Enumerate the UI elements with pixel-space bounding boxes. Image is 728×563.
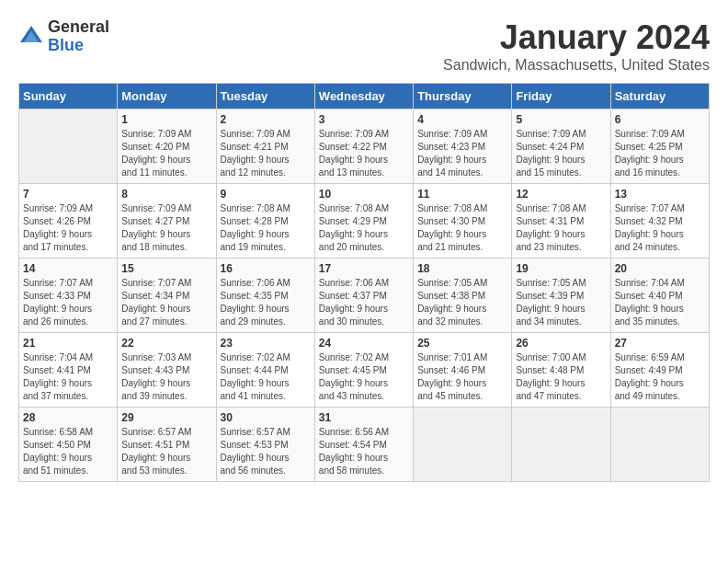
month-title: January 2024 bbox=[443, 18, 710, 57]
week-row-4: 21Sunrise: 7:04 AMSunset: 4:41 PMDayligh… bbox=[19, 333, 710, 408]
logo: General Blue bbox=[18, 18, 109, 55]
day-info: Sunrise: 7:07 AMSunset: 4:34 PMDaylight:… bbox=[121, 277, 211, 328]
day-info: Sunrise: 7:05 AMSunset: 4:39 PMDaylight:… bbox=[516, 277, 606, 328]
week-row-5: 28Sunrise: 6:58 AMSunset: 4:50 PMDayligh… bbox=[19, 408, 710, 482]
day-cell: 29Sunrise: 6:57 AMSunset: 4:51 PMDayligh… bbox=[118, 408, 216, 482]
day-cell: 26Sunrise: 7:00 AMSunset: 4:48 PMDayligh… bbox=[512, 333, 610, 408]
day-info: Sunrise: 6:57 AMSunset: 4:53 PMDaylight:… bbox=[221, 426, 311, 477]
day-info: Sunrise: 6:56 AMSunset: 4:54 PMDaylight:… bbox=[319, 426, 409, 477]
logo-text: General Blue bbox=[48, 18, 109, 55]
day-cell: 8Sunrise: 7:09 AMSunset: 4:27 PMDaylight… bbox=[118, 184, 216, 259]
day-cell: 1Sunrise: 7:09 AMSunset: 4:20 PMDaylight… bbox=[118, 109, 216, 184]
day-cell: 17Sunrise: 7:06 AMSunset: 4:37 PMDayligh… bbox=[314, 259, 413, 333]
day-number: 17 bbox=[319, 262, 409, 275]
logo-blue: Blue bbox=[48, 37, 109, 55]
weekday-header-monday: Monday bbox=[118, 84, 216, 109]
day-cell: 4Sunrise: 7:09 AMSunset: 4:23 PMDaylight… bbox=[414, 109, 512, 184]
day-cell: 25Sunrise: 7:01 AMSunset: 4:46 PMDayligh… bbox=[414, 333, 512, 408]
day-info: Sunrise: 7:09 AMSunset: 4:25 PMDaylight:… bbox=[615, 128, 705, 179]
day-cell bbox=[512, 408, 610, 482]
week-row-2: 7Sunrise: 7:09 AMSunset: 4:26 PMDaylight… bbox=[19, 184, 710, 259]
day-number: 7 bbox=[23, 188, 113, 201]
weekday-header-thursday: Thursday bbox=[414, 84, 512, 109]
day-cell bbox=[19, 109, 118, 184]
day-cell: 23Sunrise: 7:02 AMSunset: 4:44 PMDayligh… bbox=[216, 333, 314, 408]
day-number: 5 bbox=[516, 113, 606, 126]
day-cell: 15Sunrise: 7:07 AMSunset: 4:34 PMDayligh… bbox=[118, 259, 216, 333]
week-row-1: 1Sunrise: 7:09 AMSunset: 4:20 PMDaylight… bbox=[19, 109, 710, 184]
day-number: 13 bbox=[615, 188, 705, 201]
day-number: 15 bbox=[121, 262, 211, 275]
logo-icon bbox=[18, 24, 44, 50]
weekday-header-wednesday: Wednesday bbox=[314, 84, 413, 109]
day-info: Sunrise: 7:07 AMSunset: 4:32 PMDaylight:… bbox=[615, 202, 705, 254]
day-cell: 2Sunrise: 7:09 AMSunset: 4:21 PMDaylight… bbox=[216, 109, 314, 184]
day-cell: 24Sunrise: 7:02 AMSunset: 4:45 PMDayligh… bbox=[314, 333, 413, 408]
day-number: 12 bbox=[516, 188, 606, 201]
day-cell: 18Sunrise: 7:05 AMSunset: 4:38 PMDayligh… bbox=[414, 259, 512, 333]
day-cell bbox=[414, 408, 512, 482]
day-number: 24 bbox=[319, 337, 409, 350]
day-info: Sunrise: 6:57 AMSunset: 4:51 PMDaylight:… bbox=[121, 426, 211, 477]
day-info: Sunrise: 7:09 AMSunset: 4:21 PMDaylight:… bbox=[221, 128, 311, 179]
day-number: 27 bbox=[615, 337, 705, 350]
day-cell: 12Sunrise: 7:08 AMSunset: 4:31 PMDayligh… bbox=[512, 184, 610, 259]
day-info: Sunrise: 7:09 AMSunset: 4:22 PMDaylight:… bbox=[319, 128, 409, 179]
logo-general: General bbox=[48, 18, 109, 37]
day-info: Sunrise: 7:02 AMSunset: 4:45 PMDaylight:… bbox=[319, 351, 409, 403]
day-cell: 31Sunrise: 6:56 AMSunset: 4:54 PMDayligh… bbox=[314, 408, 413, 482]
day-info: Sunrise: 7:04 AMSunset: 4:41 PMDaylight:… bbox=[23, 351, 113, 403]
day-number: 9 bbox=[221, 188, 311, 201]
day-cell: 14Sunrise: 7:07 AMSunset: 4:33 PMDayligh… bbox=[19, 259, 118, 333]
day-info: Sunrise: 7:06 AMSunset: 4:37 PMDaylight:… bbox=[319, 277, 409, 328]
day-number: 25 bbox=[417, 337, 507, 350]
calendar-table: SundayMondayTuesdayWednesdayThursdayFrid… bbox=[18, 83, 710, 482]
day-number: 3 bbox=[319, 113, 409, 126]
day-cell: 30Sunrise: 6:57 AMSunset: 4:53 PMDayligh… bbox=[216, 408, 314, 482]
day-number: 6 bbox=[615, 113, 705, 126]
day-cell: 3Sunrise: 7:09 AMSunset: 4:22 PMDaylight… bbox=[314, 109, 413, 184]
day-cell: 16Sunrise: 7:06 AMSunset: 4:35 PMDayligh… bbox=[216, 259, 314, 333]
day-cell: 9Sunrise: 7:08 AMSunset: 4:28 PMDaylight… bbox=[216, 184, 314, 259]
day-cell: 7Sunrise: 7:09 AMSunset: 4:26 PMDaylight… bbox=[19, 184, 118, 259]
week-row-3: 14Sunrise: 7:07 AMSunset: 4:33 PMDayligh… bbox=[19, 259, 710, 333]
day-info: Sunrise: 7:09 AMSunset: 4:20 PMDaylight:… bbox=[121, 128, 211, 179]
day-number: 21 bbox=[23, 337, 113, 350]
day-number: 2 bbox=[221, 113, 311, 126]
day-info: Sunrise: 7:07 AMSunset: 4:33 PMDaylight:… bbox=[23, 277, 113, 328]
day-number: 22 bbox=[121, 337, 211, 350]
day-cell: 11Sunrise: 7:08 AMSunset: 4:30 PMDayligh… bbox=[414, 184, 512, 259]
day-cell: 27Sunrise: 6:59 AMSunset: 4:49 PMDayligh… bbox=[610, 333, 709, 408]
day-info: Sunrise: 6:59 AMSunset: 4:49 PMDaylight:… bbox=[615, 351, 705, 403]
day-number: 29 bbox=[121, 411, 211, 424]
weekday-header-sunday: Sunday bbox=[19, 84, 118, 109]
day-cell: 20Sunrise: 7:04 AMSunset: 4:40 PMDayligh… bbox=[610, 259, 709, 333]
day-info: Sunrise: 7:08 AMSunset: 4:28 PMDaylight:… bbox=[221, 202, 311, 254]
weekday-header-saturday: Saturday bbox=[610, 84, 709, 109]
day-info: Sunrise: 7:09 AMSunset: 4:27 PMDaylight:… bbox=[121, 202, 211, 254]
header: General Blue January 2024 Sandwich, Mass… bbox=[18, 18, 710, 74]
day-info: Sunrise: 7:09 AMSunset: 4:26 PMDaylight:… bbox=[23, 202, 113, 254]
day-info: Sunrise: 7:09 AMSunset: 4:23 PMDaylight:… bbox=[417, 128, 507, 179]
day-info: Sunrise: 7:02 AMSunset: 4:44 PMDaylight:… bbox=[221, 351, 311, 403]
day-info: Sunrise: 7:08 AMSunset: 4:31 PMDaylight:… bbox=[516, 202, 606, 254]
day-info: Sunrise: 7:09 AMSunset: 4:24 PMDaylight:… bbox=[516, 128, 606, 179]
day-info: Sunrise: 7:08 AMSunset: 4:30 PMDaylight:… bbox=[417, 202, 507, 254]
subtitle: Sandwich, Massachusetts, United States bbox=[443, 57, 710, 74]
day-cell: 19Sunrise: 7:05 AMSunset: 4:39 PMDayligh… bbox=[512, 259, 610, 333]
day-cell: 21Sunrise: 7:04 AMSunset: 4:41 PMDayligh… bbox=[19, 333, 118, 408]
day-cell: 10Sunrise: 7:08 AMSunset: 4:29 PMDayligh… bbox=[314, 184, 413, 259]
day-number: 23 bbox=[221, 337, 311, 350]
day-number: 4 bbox=[417, 113, 507, 126]
day-info: Sunrise: 6:58 AMSunset: 4:50 PMDaylight:… bbox=[23, 426, 113, 477]
day-info: Sunrise: 7:05 AMSunset: 4:38 PMDaylight:… bbox=[417, 277, 507, 328]
day-cell: 28Sunrise: 6:58 AMSunset: 4:50 PMDayligh… bbox=[19, 408, 118, 482]
day-number: 20 bbox=[615, 262, 705, 275]
day-cell bbox=[610, 408, 709, 482]
day-number: 30 bbox=[221, 411, 311, 424]
day-cell: 22Sunrise: 7:03 AMSunset: 4:43 PMDayligh… bbox=[118, 333, 216, 408]
day-cell: 6Sunrise: 7:09 AMSunset: 4:25 PMDaylight… bbox=[610, 109, 709, 184]
day-number: 31 bbox=[319, 411, 409, 424]
day-number: 19 bbox=[516, 262, 606, 275]
day-info: Sunrise: 7:04 AMSunset: 4:40 PMDaylight:… bbox=[615, 277, 705, 328]
